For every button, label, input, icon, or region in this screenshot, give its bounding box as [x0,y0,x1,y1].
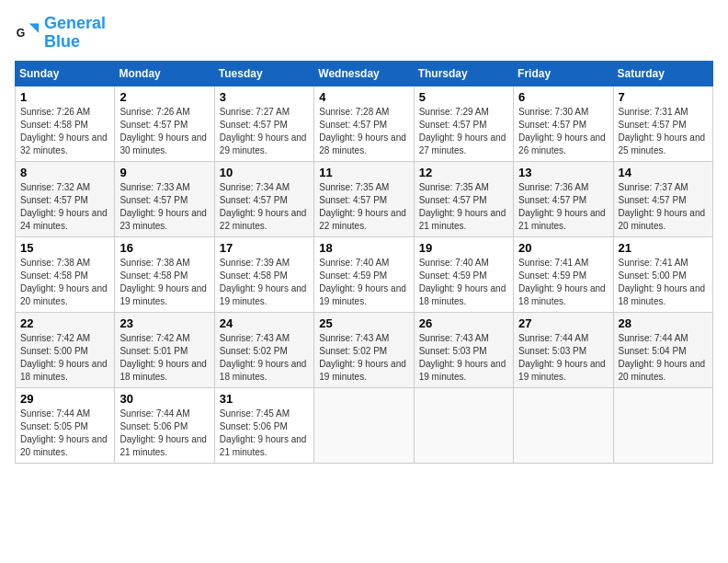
calendar-cell: 18 Sunrise: 7:40 AM Sunset: 4:59 PM Dayl… [314,236,414,312]
calendar-week-row: 29 Sunrise: 7:44 AM Sunset: 5:05 PM Dayl… [16,387,713,463]
calendar-cell: 6 Sunrise: 7:30 AM Sunset: 4:57 PM Dayli… [514,86,613,161]
calendar-cell [613,387,712,463]
day-number: 31 [220,392,309,406]
calendar-cell: 23 Sunrise: 7:42 AM Sunset: 5:01 PM Dayl… [115,312,214,387]
day-number: 14 [619,166,708,179]
day-info: Sunrise: 7:43 AM Sunset: 5:02 PM Dayligh… [220,332,309,384]
calendar-cell: 29 Sunrise: 7:44 AM Sunset: 5:05 PM Dayl… [16,387,115,463]
calendar-week-row: 22 Sunrise: 7:42 AM Sunset: 5:00 PM Dayl… [16,312,713,387]
day-number: 21 [619,241,708,255]
calendar-cell: 27 Sunrise: 7:44 AM Sunset: 5:03 PM Dayl… [514,312,613,387]
weekday-header-wednesday: Wednesday [314,61,414,86]
day-number: 20 [518,241,608,255]
logo: G General Blue [15,15,106,52]
calendar-week-row: 8 Sunrise: 7:32 AM Sunset: 4:57 PM Dayli… [16,161,713,236]
day-number: 1 [20,90,109,104]
day-number: 2 [119,90,209,104]
calendar-cell: 4 Sunrise: 7:28 AM Sunset: 4:57 PM Dayli… [314,86,414,161]
day-info: Sunrise: 7:44 AM Sunset: 5:05 PM Dayligh… [20,408,109,459]
day-number: 19 [419,241,508,255]
weekday-header-monday: Monday [115,61,214,86]
calendar-cell: 1 Sunrise: 7:26 AM Sunset: 4:58 PM Dayli… [16,86,115,161]
calendar-header-row: SundayMondayTuesdayWednesdayThursdayFrid… [16,61,713,86]
calendar-cell: 31 Sunrise: 7:45 AM Sunset: 5:06 PM Dayl… [214,387,313,463]
day-number: 29 [20,392,109,406]
day-info: Sunrise: 7:42 AM Sunset: 5:01 PM Dayligh… [119,332,209,384]
calendar-cell: 25 Sunrise: 7:43 AM Sunset: 5:02 PM Dayl… [314,312,414,387]
day-info: Sunrise: 7:40 AM Sunset: 4:59 PM Dayligh… [419,257,508,308]
calendar-cell: 14 Sunrise: 7:37 AM Sunset: 4:57 PM Dayl… [613,161,712,236]
logo-text: General Blue [44,15,106,52]
day-info: Sunrise: 7:44 AM Sunset: 5:04 PM Dayligh… [619,332,708,384]
calendar-cell: 26 Sunrise: 7:43 AM Sunset: 5:03 PM Dayl… [414,312,513,387]
calendar-cell: 10 Sunrise: 7:34 AM Sunset: 4:57 PM Dayl… [214,161,313,236]
day-number: 27 [518,316,608,330]
calendar-cell: 8 Sunrise: 7:32 AM Sunset: 4:57 PM Dayli… [16,161,115,236]
day-info: Sunrise: 7:39 AM Sunset: 4:58 PM Dayligh… [220,257,309,308]
day-number: 23 [119,316,209,330]
day-number: 8 [20,166,109,179]
svg-text:G: G [17,26,26,39]
day-number: 28 [619,316,708,330]
day-number: 16 [119,241,209,255]
day-number: 17 [220,241,309,255]
calendar-cell: 20 Sunrise: 7:41 AM Sunset: 4:59 PM Dayl… [514,236,613,312]
day-number: 10 [220,166,309,179]
weekday-header-friday: Friday [514,61,613,86]
calendar-cell: 16 Sunrise: 7:38 AM Sunset: 4:58 PM Dayl… [115,236,214,312]
logo-icon: G [15,20,40,46]
calendar-week-row: 15 Sunrise: 7:38 AM Sunset: 4:58 PM Dayl… [16,236,713,312]
day-info: Sunrise: 7:28 AM Sunset: 4:57 PM Dayligh… [319,106,408,157]
day-info: Sunrise: 7:26 AM Sunset: 4:58 PM Dayligh… [20,106,109,157]
day-info: Sunrise: 7:42 AM Sunset: 5:00 PM Dayligh… [20,332,109,384]
calendar-cell: 22 Sunrise: 7:42 AM Sunset: 5:00 PM Dayl… [16,312,115,387]
day-info: Sunrise: 7:30 AM Sunset: 4:57 PM Dayligh… [518,106,608,157]
weekday-header-tuesday: Tuesday [214,61,313,86]
day-info: Sunrise: 7:27 AM Sunset: 4:57 PM Dayligh… [220,106,309,157]
day-info: Sunrise: 7:35 AM Sunset: 4:57 PM Dayligh… [419,181,508,233]
day-number: 18 [319,241,408,255]
calendar-cell: 17 Sunrise: 7:39 AM Sunset: 4:58 PM Dayl… [214,236,313,312]
day-number: 3 [220,90,309,104]
day-info: Sunrise: 7:26 AM Sunset: 4:57 PM Dayligh… [119,106,209,157]
day-info: Sunrise: 7:32 AM Sunset: 4:57 PM Dayligh… [20,181,109,233]
calendar-cell: 30 Sunrise: 7:44 AM Sunset: 5:06 PM Dayl… [115,387,214,463]
calendar-cell: 24 Sunrise: 7:43 AM Sunset: 5:02 PM Dayl… [214,312,313,387]
day-info: Sunrise: 7:45 AM Sunset: 5:06 PM Dayligh… [220,408,309,459]
calendar-table: SundayMondayTuesdayWednesdayThursdayFrid… [15,61,713,464]
calendar-cell: 19 Sunrise: 7:40 AM Sunset: 4:59 PM Dayl… [414,236,513,312]
day-info: Sunrise: 7:44 AM Sunset: 5:03 PM Dayligh… [518,332,608,384]
day-info: Sunrise: 7:38 AM Sunset: 4:58 PM Dayligh… [119,257,209,308]
day-number: 4 [319,90,408,104]
day-info: Sunrise: 7:34 AM Sunset: 4:57 PM Dayligh… [220,181,309,233]
day-info: Sunrise: 7:40 AM Sunset: 4:59 PM Dayligh… [319,257,408,308]
day-info: Sunrise: 7:31 AM Sunset: 4:57 PM Dayligh… [619,106,708,157]
day-info: Sunrise: 7:37 AM Sunset: 4:57 PM Dayligh… [619,181,708,233]
weekday-header-thursday: Thursday [414,61,513,86]
day-number: 13 [518,166,608,179]
day-number: 11 [319,166,408,179]
calendar-cell: 3 Sunrise: 7:27 AM Sunset: 4:57 PM Dayli… [214,86,313,161]
day-info: Sunrise: 7:35 AM Sunset: 4:57 PM Dayligh… [319,181,408,233]
day-number: 24 [220,316,309,330]
calendar-cell [414,387,513,463]
calendar-cell [514,387,613,463]
calendar-cell: 21 Sunrise: 7:41 AM Sunset: 5:00 PM Dayl… [613,236,712,312]
day-number: 6 [518,90,608,104]
calendar-body: 1 Sunrise: 7:26 AM Sunset: 4:58 PM Dayli… [16,86,713,463]
day-number: 9 [119,166,209,179]
calendar-cell: 9 Sunrise: 7:33 AM Sunset: 4:57 PM Dayli… [115,161,214,236]
day-info: Sunrise: 7:43 AM Sunset: 5:03 PM Dayligh… [419,332,508,384]
calendar-cell [314,387,414,463]
weekday-header-saturday: Saturday [613,61,712,86]
day-number: 15 [20,241,109,255]
day-number: 7 [619,90,708,104]
calendar-cell: 28 Sunrise: 7:44 AM Sunset: 5:04 PM Dayl… [613,312,712,387]
day-info: Sunrise: 7:38 AM Sunset: 4:58 PM Dayligh… [20,257,109,308]
day-number: 5 [419,90,508,104]
day-number: 25 [319,316,408,330]
day-number: 26 [419,316,508,330]
calendar-cell: 15 Sunrise: 7:38 AM Sunset: 4:58 PM Dayl… [16,236,115,312]
day-info: Sunrise: 7:44 AM Sunset: 5:06 PM Dayligh… [119,408,209,459]
weekday-header-sunday: Sunday [16,61,115,86]
